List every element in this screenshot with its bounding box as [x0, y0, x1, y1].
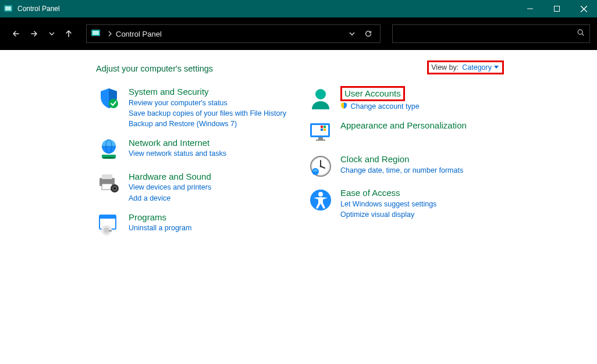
svg-rect-15 — [103, 157, 115, 159]
svg-rect-30 — [318, 137, 323, 140]
category-column-right: User Accounts Change account type Appear… — [308, 86, 506, 245]
content-area: Adjust your computer's settings View by:… — [0, 50, 597, 364]
page-heading: Adjust your computer's settings — [96, 64, 597, 73]
category-link[interactable]: Let Windows suggest settings — [340, 199, 436, 209]
svg-point-21 — [113, 187, 116, 190]
category-link[interactable]: Add a device — [129, 193, 211, 204]
svg-point-8 — [578, 30, 582, 34]
svg-rect-32 — [321, 126, 323, 128]
title-bar: Control Panel — [0, 0, 597, 17]
svg-rect-35 — [324, 129, 326, 131]
category-hardware-sound: Hardware and Sound View devices and prin… — [96, 171, 294, 204]
navigation-bar: Control Panel — [0, 17, 597, 50]
svg-rect-7 — [93, 31, 99, 35]
svg-point-40 — [320, 166, 322, 167]
search-icon — [577, 28, 585, 39]
svg-point-25 — [104, 227, 109, 233]
svg-rect-34 — [321, 129, 323, 131]
address-bar[interactable]: Control Panel — [86, 24, 381, 43]
category-title[interactable]: System and Security — [129, 87, 209, 97]
programs-icon — [96, 212, 122, 237]
svg-rect-33 — [324, 126, 326, 128]
category-link[interactable]: Optimize visual display — [340, 209, 436, 220]
category-programs: Programs Uninstall a program — [96, 212, 294, 237]
category-ease-of-access: Ease of Access Let Windows suggest setti… — [308, 187, 506, 220]
refresh-button[interactable] — [360, 25, 376, 42]
category-title[interactable]: Appearance and Personalization — [340, 120, 467, 130]
forward-button[interactable] — [27, 26, 43, 42]
svg-rect-26 — [109, 230, 112, 231]
back-button[interactable] — [7, 26, 23, 42]
search-box[interactable] — [392, 24, 590, 43]
svg-rect-17 — [102, 174, 112, 179]
svg-rect-1 — [5, 6, 11, 10]
category-clock-region: Clock and Region Change date, time, or n… — [308, 154, 506, 179]
category-link[interactable]: View network status and tasks — [129, 148, 226, 159]
category-title[interactable]: User Accounts — [340, 86, 405, 101]
view-by-selector[interactable]: View by: Category — [427, 60, 504, 74]
up-button[interactable] — [61, 26, 77, 42]
uac-shield-icon — [340, 102, 347, 109]
category-link[interactable]: Uninstall a program — [129, 223, 191, 233]
window-title: Control Panel — [16, 5, 60, 13]
category-link[interactable]: View devices and printers — [129, 182, 211, 192]
svg-line-9 — [582, 34, 584, 35]
monitor-icon — [308, 120, 333, 145]
category-title[interactable]: Clock and Region — [340, 154, 409, 164]
clock-icon — [308, 154, 333, 179]
category-link[interactable]: Change date, time, or number formats — [340, 165, 463, 176]
category-appearance: Appearance and Personalization — [308, 120, 506, 145]
control-panel-icon — [91, 29, 101, 39]
address-dropdown[interactable] — [344, 25, 360, 42]
category-link[interactable]: Backup and Restore (Windows 7) — [129, 119, 286, 129]
category-link[interactable]: Save backup copies of your files with Fi… — [129, 108, 286, 119]
category-user-accounts: User Accounts Change account type — [308, 86, 506, 112]
category-link[interactable]: Review your computer's status — [129, 98, 286, 108]
category-system-security: System and Security Review your computer… — [96, 86, 294, 129]
category-title[interactable]: Ease of Access — [340, 188, 400, 198]
app-icon — [0, 4, 16, 13]
svg-point-27 — [315, 89, 326, 99]
svg-point-10 — [109, 99, 118, 108]
svg-rect-3 — [555, 6, 560, 12]
category-link[interactable]: Change account type — [340, 101, 420, 112]
chevron-down-icon — [494, 66, 499, 69]
accessibility-icon — [308, 187, 333, 213]
category-network-internet: Network and Internet View network status… — [96, 137, 294, 163]
minimize-button[interactable] — [517, 0, 543, 17]
category-title[interactable]: Hardware and Sound — [129, 172, 211, 181]
svg-rect-31 — [316, 140, 325, 141]
globe-icon — [96, 137, 122, 163]
category-title[interactable]: Network and Internet — [129, 138, 209, 148]
recent-dropdown[interactable] — [47, 26, 57, 42]
user-icon — [308, 86, 333, 112]
chevron-right-icon — [108, 30, 112, 38]
category-column-left: System and Security Review your computer… — [96, 86, 294, 245]
printer-icon — [96, 171, 122, 197]
svg-point-43 — [318, 192, 323, 197]
shield-icon — [96, 86, 122, 112]
close-button[interactable] — [570, 0, 597, 17]
category-title[interactable]: Programs — [129, 212, 166, 222]
svg-rect-23 — [100, 215, 116, 219]
maximize-button[interactable] — [543, 0, 570, 17]
view-by-value: Category — [462, 63, 492, 72]
view-by-label: View by: — [431, 63, 459, 72]
breadcrumb-item[interactable]: Control Panel — [116, 30, 162, 38]
